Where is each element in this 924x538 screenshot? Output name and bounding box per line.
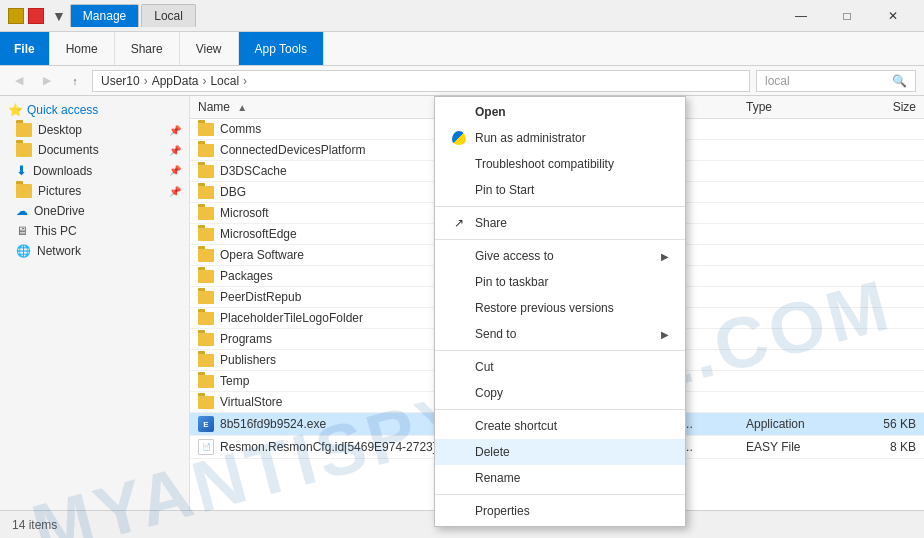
minimize-button[interactable]: — <box>778 0 824 32</box>
context-menu: Open Run as administrator Troubleshoot c… <box>434 96 686 527</box>
ctx-troubleshoot[interactable]: Troubleshoot compatibility <box>435 151 685 177</box>
title-bar-icons <box>8 8 44 24</box>
folder-icon <box>198 396 214 409</box>
close-button[interactable]: ✕ <box>870 0 916 32</box>
sidebar-quick-access[interactable]: ⭐ Quick access <box>0 100 189 120</box>
up-button[interactable]: ↑ <box>64 70 86 92</box>
title-tab-local[interactable]: Local <box>141 4 196 27</box>
folder-icon <box>198 270 214 283</box>
shield-icon <box>451 130 467 146</box>
ctx-restore-versions[interactable]: Restore previous versions <box>435 295 685 321</box>
folder-icon <box>198 186 214 199</box>
forward-button[interactable]: ▶ <box>36 70 58 92</box>
ctx-give-access[interactable]: Give access to ▶ <box>435 243 685 269</box>
folder-icon <box>198 312 214 325</box>
app-icon-yellow <box>8 8 24 24</box>
pin-icon: 📌 <box>169 165 181 176</box>
ctx-send-to[interactable]: Send to ▶ <box>435 321 685 347</box>
submenu-arrow: ▶ <box>661 329 669 340</box>
share-icon: ↗ <box>451 215 467 231</box>
ctx-open[interactable]: Open <box>435 99 685 125</box>
folder-icon <box>198 249 214 262</box>
sidebar-network-label: Network <box>37 244 81 258</box>
path-part-user: User10 <box>101 74 140 88</box>
ctx-properties[interactable]: Properties <box>435 498 685 524</box>
ribbon-tab-home[interactable]: Home <box>50 32 115 65</box>
ctx-rename[interactable]: Rename <box>435 465 685 491</box>
open-icon <box>451 104 467 120</box>
sidebar-item-downloads[interactable]: ⬇ Downloads 📌 <box>0 160 189 181</box>
back-button[interactable]: ◀ <box>8 70 30 92</box>
folder-icon <box>16 143 32 157</box>
ctx-copy[interactable]: Copy <box>435 380 685 406</box>
folder-icon <box>198 165 214 178</box>
ctx-sep-3 <box>435 350 685 351</box>
ctx-pin-taskbar[interactable]: Pin to taskbar <box>435 269 685 295</box>
folder-icon <box>198 375 214 388</box>
restore-icon <box>451 300 467 316</box>
cloud-icon: ☁ <box>16 204 28 218</box>
col-header-type[interactable]: Type <box>746 100 846 114</box>
title-dropdown-arrow[interactable]: ▼ <box>52 8 66 24</box>
sidebar-item-network[interactable]: 🌐 Network <box>0 241 189 261</box>
ctx-pin-start[interactable]: Pin to Start <box>435 177 685 203</box>
sidebar-desktop-label: Desktop <box>38 123 82 137</box>
folder-icon <box>198 123 214 136</box>
exe-icon: E <box>198 416 214 432</box>
folder-icon <box>198 207 214 220</box>
folder-icon <box>198 291 214 304</box>
sidebar: ⭐ Quick access Desktop 📌 Documents 📌 ⬇ D… <box>0 96 190 510</box>
ctx-sep-1 <box>435 206 685 207</box>
folder-icon <box>198 333 214 346</box>
network-icon: 🌐 <box>16 244 31 258</box>
quick-access-label: Quick access <box>27 103 98 117</box>
sidebar-pictures-label: Pictures <box>38 184 81 198</box>
app-icon-red <box>28 8 44 24</box>
address-path[interactable]: User10 › AppData › Local › <box>92 70 750 92</box>
ctx-run-admin[interactable]: Run as administrator <box>435 125 685 151</box>
search-text: local <box>765 74 790 88</box>
path-part-local: Local <box>210 74 239 88</box>
ribbon-tab-file[interactable]: File <box>0 32 50 65</box>
ctx-sep-5 <box>435 494 685 495</box>
ctx-cut[interactable]: Cut <box>435 354 685 380</box>
ctx-sep-4 <box>435 409 685 410</box>
delete-icon <box>451 444 467 460</box>
col-header-size[interactable]: Size <box>846 100 916 114</box>
ribbon: File Home Share View App Tools <box>0 32 924 66</box>
download-icon: ⬇ <box>16 163 27 178</box>
search-box[interactable]: local 🔍 <box>756 70 916 92</box>
taskbar-icon <box>451 274 467 290</box>
ctx-share[interactable]: ↗ Share <box>435 210 685 236</box>
shortcut-icon <box>451 418 467 434</box>
ribbon-tab-view[interactable]: View <box>180 32 239 65</box>
search-icon: 🔍 <box>892 74 907 88</box>
ctx-delete[interactable]: Delete <box>435 439 685 465</box>
sidebar-item-desktop[interactable]: Desktop 📌 <box>0 120 189 140</box>
sendto-icon <box>451 326 467 342</box>
folder-icon <box>16 184 32 198</box>
window-controls: — □ ✕ <box>778 0 916 32</box>
sidebar-item-pictures[interactable]: Pictures 📌 <box>0 181 189 201</box>
sidebar-downloads-label: Downloads <box>33 164 92 178</box>
ribbon-tab-apptools[interactable]: App Tools <box>239 32 324 65</box>
title-tab-manage[interactable]: Manage <box>70 4 139 27</box>
doc-icon: 📄 <box>198 439 214 455</box>
maximize-button[interactable]: □ <box>824 0 870 32</box>
pc-icon: 🖥 <box>16 224 28 238</box>
folder-icon <box>198 228 214 241</box>
pin-icon: 📌 <box>169 145 181 156</box>
sidebar-item-documents[interactable]: Documents 📌 <box>0 140 189 160</box>
compat-icon <box>451 156 467 172</box>
ctx-create-shortcut[interactable]: Create shortcut <box>435 413 685 439</box>
sidebar-item-onedrive[interactable]: ☁ OneDrive <box>0 201 189 221</box>
copy-icon <box>451 385 467 401</box>
folder-icon <box>16 123 32 137</box>
sidebar-onedrive-label: OneDrive <box>34 204 85 218</box>
pin-icon: 📌 <box>169 186 181 197</box>
ribbon-tab-share[interactable]: Share <box>115 32 180 65</box>
properties-icon <box>451 503 467 519</box>
folder-icon <box>198 354 214 367</box>
pin-icon: 📌 <box>169 125 181 136</box>
sidebar-item-thispc[interactable]: 🖥 This PC <box>0 221 189 241</box>
